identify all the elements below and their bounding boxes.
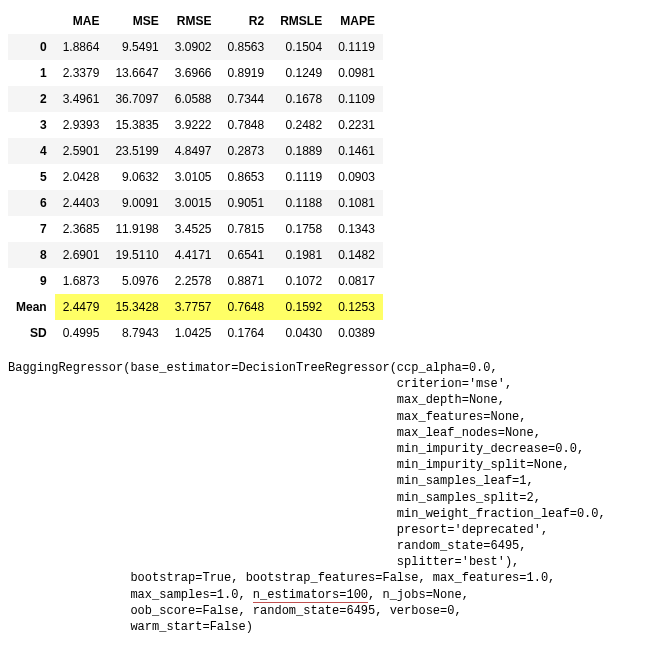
cell-mape: 0.1482 — [330, 242, 383, 268]
col-header-mape: MAPE — [330, 8, 383, 34]
cell-rmse: 3.9222 — [167, 112, 220, 138]
cell-mse: 11.9198 — [107, 216, 166, 242]
cell-rmse: 3.0015 — [167, 190, 220, 216]
cell-mse: 5.0976 — [107, 268, 166, 294]
cell-mae: 0.4995 — [55, 320, 108, 346]
cell-mse: 15.3428 — [107, 294, 166, 320]
col-header-mae: MAE — [55, 8, 108, 34]
cell-mae: 2.6901 — [55, 242, 108, 268]
cell-mae: 2.3379 — [55, 60, 108, 86]
cell-rmsle: 0.1072 — [272, 268, 330, 294]
table-row: 01.88649.54913.09020.85630.15040.1119 — [8, 34, 383, 60]
row-label: Mean — [8, 294, 55, 320]
cell-mse: 13.6647 — [107, 60, 166, 86]
table-row: 12.337913.66473.69660.89190.12490.0981 — [8, 60, 383, 86]
cell-rmse: 3.0902 — [167, 34, 220, 60]
col-header-rmsle: RMSLE — [272, 8, 330, 34]
cell-mape: 0.0981 — [330, 60, 383, 86]
cell-rmsle: 0.1249 — [272, 60, 330, 86]
cell-mse: 23.5199 — [107, 138, 166, 164]
row-label: 7 — [8, 216, 55, 242]
cell-mape: 0.1081 — [330, 190, 383, 216]
cell-rmse: 3.6966 — [167, 60, 220, 86]
col-header-mse: MSE — [107, 8, 166, 34]
model-repr: BaggingRegressor(base_estimator=Decision… — [8, 360, 640, 635]
cell-mse: 19.5110 — [107, 242, 166, 268]
metrics-table-head: MAEMSERMSER2RMSLEMAPE — [8, 8, 383, 34]
cell-r2: 0.7815 — [219, 216, 272, 242]
table-row: 72.368511.91983.45250.78150.17580.1343 — [8, 216, 383, 242]
col-header-r2: R2 — [219, 8, 272, 34]
cell-rmsle: 0.1889 — [272, 138, 330, 164]
col-header-rowlabel — [8, 8, 55, 34]
row-label: 6 — [8, 190, 55, 216]
cell-r2: 0.8563 — [219, 34, 272, 60]
cell-mape: 0.1461 — [330, 138, 383, 164]
cell-r2: 0.8653 — [219, 164, 272, 190]
row-label: 1 — [8, 60, 55, 86]
cell-mse: 15.3835 — [107, 112, 166, 138]
cell-mape: 0.1253 — [330, 294, 383, 320]
cell-mape: 0.1109 — [330, 86, 383, 112]
row-label: 4 — [8, 138, 55, 164]
table-row: 62.44039.00913.00150.90510.11880.1081 — [8, 190, 383, 216]
table-row: 52.04289.06323.01050.86530.11190.0903 — [8, 164, 383, 190]
cell-mape: 0.0817 — [330, 268, 383, 294]
cell-rmsle: 0.1119 — [272, 164, 330, 190]
row-label: 0 — [8, 34, 55, 60]
cell-mae: 3.4961 — [55, 86, 108, 112]
cell-rmse: 3.4525 — [167, 216, 220, 242]
cell-mape: 0.1343 — [330, 216, 383, 242]
cell-mae: 2.0428 — [55, 164, 108, 190]
cell-rmse: 4.4171 — [167, 242, 220, 268]
row-label: SD — [8, 320, 55, 346]
cell-mae: 2.5901 — [55, 138, 108, 164]
cell-mse: 9.0091 — [107, 190, 166, 216]
cell-mse: 9.0632 — [107, 164, 166, 190]
cell-rmsle: 0.1678 — [272, 86, 330, 112]
cell-rmse: 6.0588 — [167, 86, 220, 112]
cell-mse: 9.5491 — [107, 34, 166, 60]
cell-mae: 2.4403 — [55, 190, 108, 216]
cell-mae: 2.9393 — [55, 112, 108, 138]
row-label: 2 — [8, 86, 55, 112]
row-label: 3 — [8, 112, 55, 138]
cell-mape: 0.1119 — [330, 34, 383, 60]
cell-rmsle: 0.2482 — [272, 112, 330, 138]
cell-mse: 36.7097 — [107, 86, 166, 112]
cell-mape: 0.0903 — [330, 164, 383, 190]
cell-rmsle: 0.0430 — [272, 320, 330, 346]
cell-mae: 1.6873 — [55, 268, 108, 294]
cell-r2: 0.8919 — [219, 60, 272, 86]
cell-mae: 1.8864 — [55, 34, 108, 60]
n-estimators-span: n_estimators=100 — [253, 588, 368, 603]
cell-r2: 0.7848 — [219, 112, 272, 138]
cell-rmse: 4.8497 — [167, 138, 220, 164]
cell-r2: 0.8871 — [219, 268, 272, 294]
cell-r2: 0.2873 — [219, 138, 272, 164]
table-row: 82.690119.51104.41710.65410.19810.1482 — [8, 242, 383, 268]
cell-r2: 0.9051 — [219, 190, 272, 216]
cell-rmse: 3.0105 — [167, 164, 220, 190]
cell-r2: 0.6541 — [219, 242, 272, 268]
row-label: 5 — [8, 164, 55, 190]
col-header-rmse: RMSE — [167, 8, 220, 34]
cell-rmsle: 0.1504 — [272, 34, 330, 60]
cell-rmse: 2.2578 — [167, 268, 220, 294]
cell-mae: 2.3685 — [55, 216, 108, 242]
cell-rmsle: 0.1981 — [272, 242, 330, 268]
table-row: 23.496136.70976.05880.73440.16780.1109 — [8, 86, 383, 112]
cell-r2: 0.7344 — [219, 86, 272, 112]
cell-rmsle: 0.1188 — [272, 190, 330, 216]
row-label: 8 — [8, 242, 55, 268]
table-row: 32.939315.38353.92220.78480.24820.2231 — [8, 112, 383, 138]
cell-mape: 0.0389 — [330, 320, 383, 346]
cell-rmse: 1.0425 — [167, 320, 220, 346]
metrics-table: MAEMSERMSER2RMSLEMAPE 01.88649.54913.090… — [8, 8, 383, 346]
cell-rmse: 3.7757 — [167, 294, 220, 320]
cell-mae: 2.4479 — [55, 294, 108, 320]
table-row: SD0.49958.79431.04250.17640.04300.0389 — [8, 320, 383, 346]
table-row: 42.590123.51994.84970.28730.18890.1461 — [8, 138, 383, 164]
cell-rmsle: 0.1758 — [272, 216, 330, 242]
cell-r2: 0.1764 — [219, 320, 272, 346]
